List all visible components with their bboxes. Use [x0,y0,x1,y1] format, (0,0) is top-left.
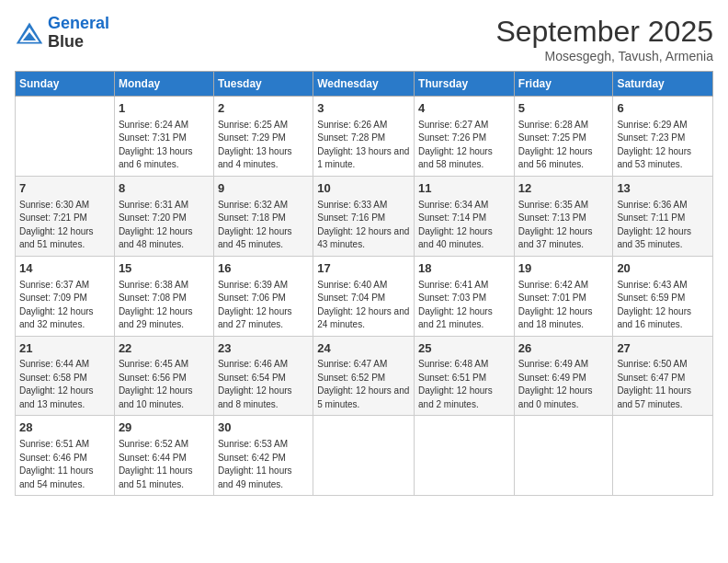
calendar-cell: 6Sunrise: 6:29 AMSunset: 7:23 PMDaylight… [613,97,713,177]
day-number: 27 [617,340,709,358]
calendar-cell: 21Sunrise: 6:44 AMSunset: 6:58 PMDayligh… [16,336,115,416]
day-number: 20 [617,260,709,278]
day-detail: Sunrise: 6:38 AMSunset: 7:08 PMDaylight:… [119,279,210,332]
day-number: 3 [317,100,410,118]
day-detail: Sunrise: 6:47 AMSunset: 6:52 PMDaylight:… [317,358,410,411]
calendar-cell: 9Sunrise: 6:32 AMSunset: 7:18 PMDaylight… [213,176,313,256]
day-detail: Sunrise: 6:33 AMSunset: 7:16 PMDaylight:… [317,199,410,252]
col-header-monday: Monday [114,72,213,97]
calendar-cell: 2Sunrise: 6:25 AMSunset: 7:29 PMDaylight… [213,97,313,177]
calendar-cell: 26Sunrise: 6:49 AMSunset: 6:49 PMDayligh… [514,336,613,416]
day-detail: Sunrise: 6:36 AMSunset: 7:11 PMDaylight:… [617,199,709,252]
calendar-week-row: 14Sunrise: 6:37 AMSunset: 7:09 PMDayligh… [16,256,713,336]
day-number: 16 [218,260,309,278]
day-detail: Sunrise: 6:46 AMSunset: 6:54 PMDaylight:… [218,358,309,411]
day-number: 24 [317,340,410,358]
day-number: 28 [19,419,110,437]
day-number: 22 [119,340,210,358]
calendar-cell: 4Sunrise: 6:27 AMSunset: 7:26 PMDaylight… [415,97,515,177]
day-detail: Sunrise: 6:34 AMSunset: 7:14 PMDaylight:… [418,199,510,252]
calendar-cell: 17Sunrise: 6:40 AMSunset: 7:04 PMDayligh… [313,256,415,336]
calendar-cell: 28Sunrise: 6:51 AMSunset: 6:46 PMDayligh… [16,416,115,496]
calendar-cell [514,416,613,496]
day-detail: Sunrise: 6:37 AMSunset: 7:09 PMDaylight:… [19,279,110,332]
day-number: 18 [418,260,510,278]
day-detail: Sunrise: 6:42 AMSunset: 7:01 PMDaylight:… [518,279,609,332]
day-detail: Sunrise: 6:45 AMSunset: 6:56 PMDaylight:… [119,358,210,411]
location-subtitle: Mosesgegh, Tavush, Armenia [495,49,713,63]
day-number: 29 [119,419,210,437]
calendar-table: SundayMondayTuesdayWednesdayThursdayFrid… [15,71,713,496]
calendar-header-row: SundayMondayTuesdayWednesdayThursdayFrid… [16,72,713,97]
day-number: 2 [218,100,309,118]
calendar-cell: 22Sunrise: 6:45 AMSunset: 6:56 PMDayligh… [114,336,213,416]
day-detail: Sunrise: 6:53 AMSunset: 6:42 PMDaylight:… [218,438,309,491]
logo-icon [15,20,44,46]
calendar-cell: 7Sunrise: 6:30 AMSunset: 7:21 PMDaylight… [16,176,115,256]
day-number: 8 [119,180,210,198]
calendar-cell: 8Sunrise: 6:31 AMSunset: 7:20 PMDaylight… [114,176,213,256]
calendar-cell: 29Sunrise: 6:52 AMSunset: 6:44 PMDayligh… [114,416,213,496]
calendar-week-row: 7Sunrise: 6:30 AMSunset: 7:21 PMDaylight… [16,176,713,256]
calendar-cell: 24Sunrise: 6:47 AMSunset: 6:52 PMDayligh… [313,336,415,416]
month-title: September 2025 [495,15,713,49]
day-detail: Sunrise: 6:25 AMSunset: 7:29 PMDaylight:… [218,119,309,172]
day-detail: Sunrise: 6:26 AMSunset: 7:28 PMDaylight:… [317,119,410,172]
logo-line1: General [48,14,109,32]
calendar-week-row: 28Sunrise: 6:51 AMSunset: 6:46 PMDayligh… [16,416,713,496]
day-detail: Sunrise: 6:32 AMSunset: 7:18 PMDaylight:… [218,199,309,252]
day-number: 26 [518,340,609,358]
day-number: 12 [518,180,609,198]
day-detail: Sunrise: 6:44 AMSunset: 6:58 PMDaylight:… [19,358,110,411]
day-detail: Sunrise: 6:24 AMSunset: 7:31 PMDaylight:… [119,119,210,172]
calendar-cell: 5Sunrise: 6:28 AMSunset: 7:25 PMDaylight… [514,97,613,177]
calendar-cell: 18Sunrise: 6:41 AMSunset: 7:03 PMDayligh… [415,256,515,336]
col-header-tuesday: Tuesday [213,72,313,97]
day-number: 19 [518,260,609,278]
day-number: 1 [119,100,210,118]
day-detail: Sunrise: 6:30 AMSunset: 7:21 PMDaylight:… [19,199,110,252]
calendar-cell: 27Sunrise: 6:50 AMSunset: 6:47 PMDayligh… [613,336,713,416]
day-detail: Sunrise: 6:39 AMSunset: 7:06 PMDaylight:… [218,279,309,332]
day-number: 17 [317,260,410,278]
calendar-cell: 1Sunrise: 6:24 AMSunset: 7:31 PMDaylight… [114,97,213,177]
calendar-cell: 10Sunrise: 6:33 AMSunset: 7:16 PMDayligh… [313,176,415,256]
day-number: 11 [418,180,510,198]
day-number: 23 [218,340,309,358]
calendar-cell: 11Sunrise: 6:34 AMSunset: 7:14 PMDayligh… [415,176,515,256]
day-number: 5 [518,100,609,118]
day-detail: Sunrise: 6:27 AMSunset: 7:26 PMDaylight:… [418,119,510,172]
day-number: 30 [218,419,309,437]
day-detail: Sunrise: 6:49 AMSunset: 6:49 PMDaylight:… [518,358,609,411]
calendar-cell: 15Sunrise: 6:38 AMSunset: 7:08 PMDayligh… [114,256,213,336]
col-header-thursday: Thursday [415,72,515,97]
day-detail: Sunrise: 6:29 AMSunset: 7:23 PMDaylight:… [617,119,709,172]
col-header-friday: Friday [514,72,613,97]
day-number: 7 [19,180,110,198]
day-detail: Sunrise: 6:48 AMSunset: 6:51 PMDaylight:… [418,358,510,411]
calendar-cell: 30Sunrise: 6:53 AMSunset: 6:42 PMDayligh… [213,416,313,496]
calendar-cell: 3Sunrise: 6:26 AMSunset: 7:28 PMDaylight… [313,97,415,177]
day-number: 21 [19,340,110,358]
day-number: 14 [19,260,110,278]
day-number: 4 [418,100,510,118]
calendar-cell [313,416,415,496]
calendar-cell [613,416,713,496]
col-header-saturday: Saturday [613,72,713,97]
calendar-cell [16,97,115,177]
day-detail: Sunrise: 6:28 AMSunset: 7:25 PMDaylight:… [518,119,609,172]
calendar-cell: 25Sunrise: 6:48 AMSunset: 6:51 PMDayligh… [415,336,515,416]
day-detail: Sunrise: 6:43 AMSunset: 6:59 PMDaylight:… [617,279,709,332]
calendar-cell: 13Sunrise: 6:36 AMSunset: 7:11 PMDayligh… [613,176,713,256]
calendar-cell: 20Sunrise: 6:43 AMSunset: 6:59 PMDayligh… [613,256,713,336]
calendar-cell: 16Sunrise: 6:39 AMSunset: 7:06 PMDayligh… [213,256,313,336]
logo-line2: Blue [48,33,109,52]
day-detail: Sunrise: 6:40 AMSunset: 7:04 PMDaylight:… [317,279,410,332]
calendar-week-row: 21Sunrise: 6:44 AMSunset: 6:58 PMDayligh… [16,336,713,416]
day-number: 15 [119,260,210,278]
logo: General Blue [15,15,109,52]
calendar-week-row: 1Sunrise: 6:24 AMSunset: 7:31 PMDaylight… [16,97,713,177]
logo-text: General Blue [48,15,109,52]
day-detail: Sunrise: 6:50 AMSunset: 6:47 PMDaylight:… [617,358,709,411]
calendar-cell [415,416,515,496]
